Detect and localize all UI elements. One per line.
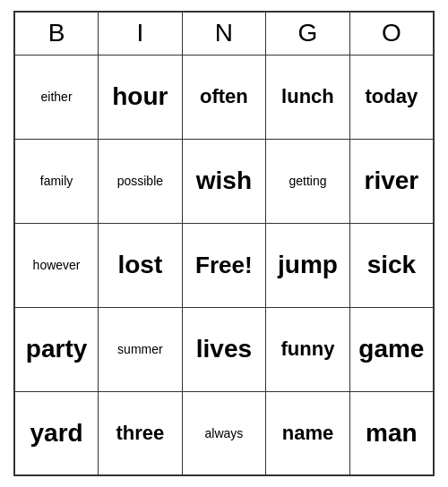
bingo-cell-text: funny (281, 337, 335, 360)
bingo-header-col: O (349, 12, 434, 55)
bingo-cell: either (14, 55, 99, 139)
bingo-cell: funny (266, 307, 350, 391)
bingo-cell: possible (99, 139, 183, 223)
bingo-cell-text: family (40, 174, 73, 188)
bingo-header-col: I (99, 12, 183, 55)
bingo-cell-text: often (200, 85, 248, 107)
bingo-cell: lives (182, 307, 266, 391)
bingo-cell: jump (266, 223, 350, 307)
bingo-cell: man (349, 391, 434, 475)
bingo-cell-text: three (116, 422, 164, 444)
bingo-cell-text: river (365, 167, 419, 194)
bingo-cell-text: yard (30, 419, 82, 447)
bingo-header: BINGO (14, 12, 434, 55)
bingo-row: yardthreealwaysnameman (14, 391, 434, 475)
bingo-cell-text: party (26, 335, 87, 363)
bingo-cell: name (266, 391, 350, 475)
bingo-cell-text: lost (117, 251, 162, 278)
bingo-cell: summer (99, 307, 183, 391)
bingo-cell-text: either (41, 90, 73, 104)
bingo-cell: three (99, 391, 183, 475)
bingo-cell-text: today (366, 85, 418, 107)
bingo-cell-text: always (204, 426, 243, 440)
bingo-cell-text: lives (196, 335, 252, 363)
bingo-cell: however (14, 223, 99, 307)
bingo-cell-text: wish (196, 167, 252, 194)
bingo-cell-text: getting (289, 174, 326, 188)
bingo-cell-text: summer (117, 342, 163, 356)
bingo-header-col: N (182, 12, 266, 55)
bingo-cell: hour (99, 55, 183, 139)
bingo-cell-text: name (282, 422, 333, 444)
bingo-cell: always (182, 391, 266, 475)
bingo-card: BINGO eitherhouroftenlunchtodayfamilypos… (13, 11, 435, 476)
bingo-cell: party (14, 307, 99, 391)
bingo-cell-text: possible (117, 174, 163, 188)
bingo-cell-text: game (358, 335, 424, 363)
bingo-cell: yard (14, 391, 99, 475)
bingo-cell-text: jump (278, 251, 338, 278)
bingo-cell: today (349, 55, 434, 139)
bingo-cell: lost (99, 223, 183, 307)
bingo-cell-text: hour (112, 82, 168, 110)
bingo-cell: often (182, 55, 266, 139)
bingo-cell: Free! (182, 223, 266, 307)
bingo-row: eitherhouroftenlunchtoday (14, 55, 434, 139)
bingo-cell-text: Free! (195, 252, 253, 278)
bingo-row: partysummerlivesfunnygame (14, 307, 434, 391)
bingo-cell-text: man (366, 419, 418, 447)
bingo-cell: lunch (266, 55, 350, 139)
bingo-cell: game (349, 307, 434, 391)
bingo-cell: getting (266, 139, 350, 223)
bingo-cell: wish (182, 139, 266, 223)
bingo-cell: sick (349, 223, 434, 307)
bingo-header-col: G (266, 12, 350, 55)
bingo-cell: family (14, 139, 99, 223)
bingo-row: familypossiblewishgettingriver (14, 139, 434, 223)
bingo-body: eitherhouroftenlunchtodayfamilypossiblew… (14, 55, 434, 475)
bingo-cell-text: however (33, 258, 81, 272)
bingo-cell-text: lunch (281, 85, 334, 107)
bingo-row: howeverlostFree!jumpsick (14, 223, 434, 307)
bingo-cell-text: sick (367, 251, 417, 278)
bingo-header-col: B (14, 12, 99, 55)
bingo-cell: river (349, 139, 434, 223)
